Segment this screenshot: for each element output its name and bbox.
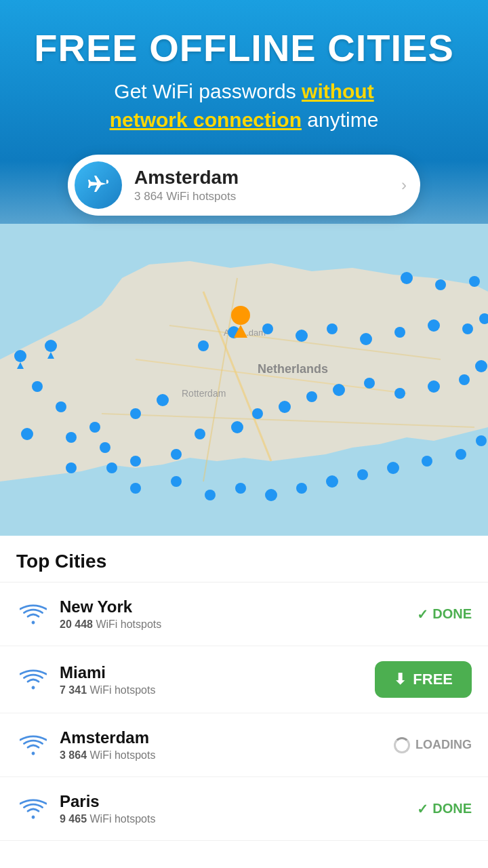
cities-list: New York 20 448 WiFi hotspots ✓ DONE Mia… (0, 583, 488, 841)
subtitle-after: anytime (302, 108, 378, 131)
svg-point-36 (364, 378, 375, 389)
wifi-icon-container (16, 667, 50, 692)
wifi-icon-container (16, 602, 50, 627)
wifi-icon (20, 733, 47, 757)
city-card-icon (75, 161, 122, 209)
svg-point-12 (56, 401, 66, 412)
done-status: ✓ DONE (417, 606, 472, 623)
svg-point-51 (401, 272, 413, 284)
city-action-area: ✓ DONE (417, 801, 472, 817)
map-background: Netherlands Rotterdam Ams...dam (0, 224, 488, 536)
svg-point-47 (394, 327, 405, 338)
city-name: Paris (60, 792, 417, 811)
svg-point-11 (32, 381, 43, 392)
svg-point-30 (195, 429, 205, 439)
city-item-info: New York 20 448 WiFi hotspots (50, 597, 417, 631)
svg-point-43 (262, 323, 273, 334)
city-hotspot-count: 20 448 WiFi hotspots (60, 618, 417, 631)
done-text: DONE (432, 801, 472, 816)
svg-point-37 (394, 388, 405, 399)
svg-point-14 (89, 422, 100, 433)
svg-point-44 (296, 330, 308, 342)
check-icon: ✓ (417, 606, 428, 623)
subtitle-highlight1: without (302, 80, 374, 102)
subtitle-before: Get WiFi passwords (114, 80, 302, 102)
city-card-arrow[interactable]: › (401, 176, 407, 195)
city-card-name: Amsterdam (134, 167, 401, 189)
svg-point-25 (422, 456, 432, 467)
svg-point-15 (106, 462, 117, 473)
hero-subtitle: Get WiFi passwords withoutnetwork connec… (14, 77, 474, 134)
wifi-icon (20, 667, 47, 692)
city-action-area: ✓ DONE (417, 606, 472, 623)
city-list-item[interactable]: New York 20 448 WiFi hotspots ✓ DONE (0, 583, 488, 646)
svg-point-53 (469, 276, 480, 287)
svg-point-18 (205, 490, 216, 500)
hero-section: FREE OFFLINE CITIES Get WiFi passwords w… (0, 0, 488, 536)
map-area: Netherlands Rotterdam Ams...dam (0, 224, 488, 536)
spinner-icon (394, 737, 410, 753)
svg-point-56 (130, 456, 141, 467)
svg-point-54 (231, 306, 250, 325)
svg-point-59 (66, 462, 77, 473)
city-card[interactable]: Amsterdam 3 864 WiFi hotspots › (68, 155, 420, 216)
wifi-icon-container (16, 797, 50, 821)
svg-point-23 (357, 469, 368, 480)
svg-point-10 (45, 340, 57, 352)
svg-point-22 (326, 475, 338, 488)
svg-point-9 (14, 350, 26, 362)
svg-point-45 (327, 323, 338, 334)
svg-point-38 (428, 380, 440, 393)
wifi-icon (20, 602, 47, 627)
city-list-item[interactable]: Amsterdam 3 864 WiFi hotspots LOADING (0, 713, 488, 777)
svg-point-31 (231, 421, 243, 433)
done-status: ✓ DONE (417, 801, 472, 817)
city-item-info: Amsterdam 3 864 WiFi hotspots (50, 728, 394, 762)
subtitle-highlight2: network connection (110, 108, 302, 131)
free-download-button[interactable]: ⬇ FREE (375, 661, 472, 698)
city-action-area: ⬇ FREE (375, 661, 472, 698)
download-icon: ⬇ (394, 671, 406, 688)
city-card-info: Amsterdam 3 864 WiFi hotspots (122, 167, 401, 203)
svg-point-39 (459, 374, 470, 385)
city-list-item[interactable]: Paris 9 465 WiFi hotspots ✓ DONE (0, 777, 488, 841)
svg-point-49 (462, 323, 473, 334)
done-text: DONE (432, 606, 472, 622)
loading-status: LOADING (394, 737, 472, 753)
svg-point-19 (235, 483, 246, 494)
svg-point-48 (428, 319, 440, 332)
city-hotspot-count: 3 864 WiFi hotspots (60, 749, 394, 762)
svg-point-46 (360, 333, 372, 345)
svg-point-33 (279, 401, 291, 413)
svg-point-20 (265, 489, 277, 501)
city-action-area: LOADING (394, 737, 472, 753)
city-name: Amsterdam (60, 728, 394, 747)
svg-point-40 (475, 360, 487, 372)
svg-point-21 (296, 483, 307, 494)
hero-title: FREE OFFLINE CITIES (14, 27, 474, 69)
top-cities-header: Top Cities (0, 536, 488, 583)
svg-point-55 (171, 449, 182, 460)
svg-point-58 (66, 432, 77, 443)
city-name: Miami (60, 663, 375, 682)
svg-point-29 (157, 394, 169, 406)
svg-point-32 (252, 408, 263, 419)
svg-text:Rotterdam: Rotterdam (182, 388, 226, 399)
svg-point-52 (435, 279, 446, 290)
svg-point-16 (130, 483, 141, 494)
svg-point-34 (306, 391, 317, 402)
wifi-icon (20, 797, 47, 821)
svg-point-13 (21, 428, 33, 440)
svg-point-17 (171, 476, 182, 487)
check-icon: ✓ (417, 801, 428, 817)
svg-point-26 (455, 449, 466, 460)
svg-point-27 (476, 435, 487, 446)
city-item-info: Paris 9 465 WiFi hotspots (50, 792, 417, 825)
city-card-hotspots: 3 864 WiFi hotspots (134, 190, 401, 203)
map-svg: Netherlands Rotterdam Ams...dam (0, 224, 488, 536)
loading-text: LOADING (415, 738, 472, 752)
svg-point-41 (198, 340, 209, 351)
city-list-item[interactable]: Miami 7 341 WiFi hotspots ⬇ FREE (0, 646, 488, 713)
city-name: New York (60, 597, 417, 616)
svg-point-57 (100, 442, 110, 453)
